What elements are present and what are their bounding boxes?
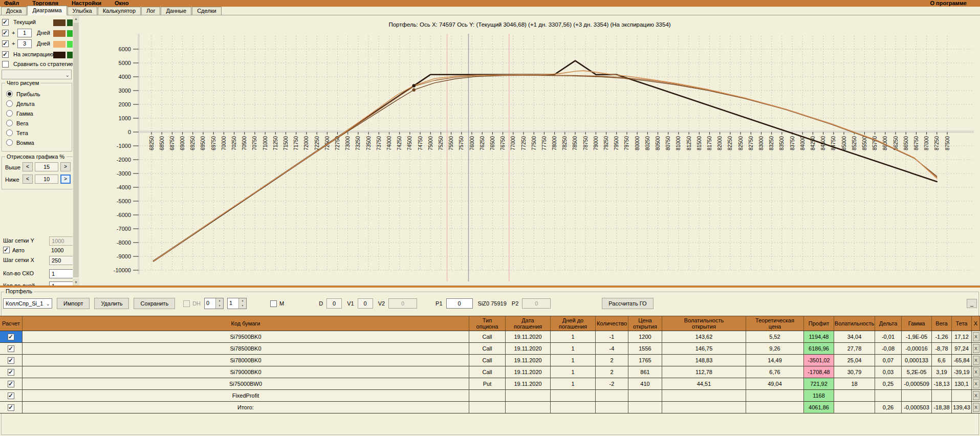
- cell[interactable]: Si78000BK0: [23, 355, 469, 366]
- v2-field[interactable]: 0: [388, 298, 417, 309]
- column-header-1[interactable]: Код бумаги: [23, 316, 469, 331]
- cell[interactable]: [596, 390, 628, 401]
- cell[interactable]: 0,000133: [902, 355, 932, 366]
- dh-spinner-1[interactable]: 0 ▲▼: [204, 298, 224, 309]
- cell[interactable]: [551, 402, 596, 413]
- cell[interactable]: [834, 390, 875, 401]
- cell[interactable]: -18,38: [932, 402, 952, 413]
- cell[interactable]: -18,13: [932, 378, 952, 389]
- cell[interactable]: -3501,02: [804, 355, 834, 366]
- row-calc-checkbox[interactable]: [8, 345, 14, 352]
- cell[interactable]: 1556: [628, 343, 662, 354]
- cell[interactable]: 1: [551, 355, 596, 366]
- cell[interactable]: [506, 402, 551, 413]
- m-checkbox-row[interactable]: M: [270, 300, 284, 307]
- cell[interactable]: 19.11.2020: [506, 366, 551, 378]
- spinner-arrows-icon[interactable]: ▲▼: [238, 298, 246, 309]
- menu-item-2[interactable]: Настройки: [72, 0, 101, 7]
- column-header-14[interactable]: Тета: [952, 316, 972, 331]
- below-increment-button[interactable]: >: [60, 175, 71, 184]
- tab-Улыбка[interactable]: Улыбка: [68, 7, 97, 15]
- cell[interactable]: Call: [469, 366, 506, 378]
- cell[interactable]: [875, 390, 902, 401]
- cell[interactable]: 5,52: [746, 331, 804, 342]
- dh-checkbox-row[interactable]: DH: [183, 300, 201, 307]
- row-delete-button[interactable]: X: [973, 391, 979, 400]
- cell[interactable]: 0,26: [875, 402, 902, 413]
- cell[interactable]: 139,43: [952, 402, 972, 413]
- column-header-3[interactable]: Дата погашения: [506, 316, 551, 331]
- cell[interactable]: -0,01: [875, 331, 902, 342]
- scroll-up-icon[interactable]: ▲: [73, 15, 79, 22]
- position-row-2[interactable]: Si78000BK0Call19.11.2020121765148,8314,4…: [0, 355, 980, 366]
- cell[interactable]: [628, 390, 662, 401]
- cell[interactable]: Put: [469, 378, 506, 389]
- cell[interactable]: [506, 390, 551, 401]
- cell[interactable]: 2: [596, 355, 628, 366]
- cell[interactable]: 19.11.2020: [506, 355, 551, 366]
- cell[interactable]: -65,84: [952, 355, 972, 366]
- draw-option-Гамма[interactable]: Гамма: [6, 110, 68, 118]
- cell[interactable]: [469, 390, 506, 401]
- import-button[interactable]: Импорт: [57, 298, 90, 309]
- tab-Диаграмма[interactable]: Диаграмма: [27, 6, 67, 15]
- column-header-7[interactable]: Волатильность открытия: [662, 316, 746, 331]
- cell[interactable]: -1708,48: [804, 366, 834, 378]
- cell[interactable]: 4061,86: [804, 402, 834, 413]
- series-color-swatch-1[interactable]: [53, 52, 66, 58]
- radio-icon[interactable]: [6, 100, 13, 107]
- cell[interactable]: -1,9E-05: [902, 331, 932, 342]
- cell[interactable]: 34,04: [834, 331, 875, 342]
- cell[interactable]: 1194,48: [804, 331, 834, 342]
- grid-step-y-input[interactable]: 1000: [49, 236, 75, 246]
- series-checkbox[interactable]: [2, 51, 9, 58]
- cell[interactable]: 25,04: [834, 355, 875, 366]
- cell[interactable]: -1,26: [932, 331, 952, 342]
- tab-Доска[interactable]: Доска: [1, 7, 27, 15]
- calc-go-button[interactable]: Рассчитать ГО: [602, 298, 653, 309]
- compare-strategy-checkbox[interactable]: [2, 61, 9, 68]
- series-color-swatch-1[interactable]: [53, 19, 66, 26]
- cell[interactable]: Si79000BK0: [23, 366, 469, 378]
- cell[interactable]: 1168: [804, 390, 834, 401]
- position-row-3[interactable]: Si79000BK0Call19.11.202012861112,786,76-…: [0, 366, 980, 378]
- cell[interactable]: FixedProfit: [23, 390, 469, 401]
- cell[interactable]: 2: [596, 366, 628, 378]
- cell[interactable]: -39,19: [952, 366, 972, 378]
- cell[interactable]: 861: [628, 366, 662, 378]
- position-row-1[interactable]: Si78500BK0Call19.11.20201-41556146,759,2…: [0, 343, 980, 355]
- cell[interactable]: [662, 390, 746, 401]
- days-count-input[interactable]: 1: [49, 281, 75, 286]
- dh-spinner-2[interactable]: 1 ▲▼: [227, 298, 247, 309]
- cell[interactable]: [746, 390, 804, 401]
- series-checkbox[interactable]: [2, 40, 9, 47]
- cell[interactable]: [902, 390, 932, 401]
- cell[interactable]: 3,19: [932, 366, 952, 378]
- cell[interactable]: 1: [551, 366, 596, 378]
- cell[interactable]: 721,92: [804, 378, 834, 389]
- series-checkbox[interactable]: [2, 30, 9, 36]
- above-decrement-button[interactable]: <: [23, 162, 33, 171]
- cell[interactable]: 1765: [628, 355, 662, 366]
- scrollbar-thumb[interactable]: [73, 23, 79, 277]
- cell[interactable]: 5,2E-05: [902, 366, 932, 378]
- cell[interactable]: -0,00016: [902, 343, 932, 354]
- position-row-6[interactable]: Итого:4061,860,26-0,000503-18,38139,43X: [0, 402, 980, 413]
- sidebar-scrollbar[interactable]: ▲ ▼: [73, 15, 79, 286]
- cell[interactable]: -8,78: [932, 343, 952, 354]
- dh-checkbox[interactable]: [183, 300, 190, 307]
- cell[interactable]: 6,6: [932, 355, 952, 366]
- collapse-panel-button[interactable]: _: [967, 299, 977, 308]
- cell[interactable]: 49,04: [746, 378, 804, 389]
- column-header-11[interactable]: Дельта: [875, 316, 902, 331]
- cell[interactable]: -0,000503: [902, 402, 932, 413]
- column-header-10[interactable]: Волатильность: [834, 316, 875, 331]
- p1-field[interactable]: 0: [446, 298, 473, 309]
- scroll-down-icon[interactable]: ▼: [73, 279, 79, 286]
- cell[interactable]: 130,1: [952, 378, 972, 389]
- cell[interactable]: 6186,96: [804, 343, 834, 354]
- series-checkbox[interactable]: [2, 19, 9, 26]
- cell[interactable]: -4: [596, 343, 628, 354]
- cell[interactable]: 0,07: [875, 355, 902, 366]
- cell[interactable]: [596, 402, 628, 413]
